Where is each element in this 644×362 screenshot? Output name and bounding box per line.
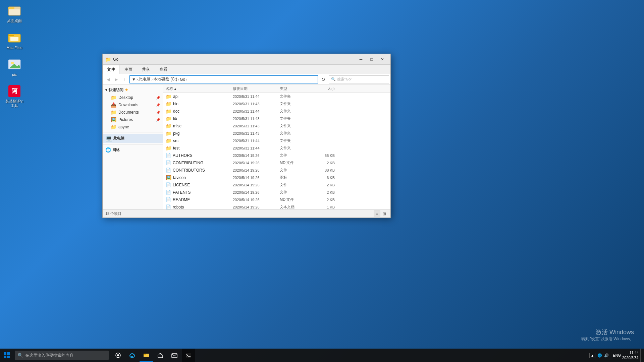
pin-icon: 📌 — [156, 118, 160, 122]
sidebar-item-desktop[interactable]: 📁 Desktop 📌 — [103, 94, 163, 101]
file-type-cell: 文件 — [277, 182, 311, 187]
desktop-icon-4[interactable]: 阿 某某翻译\n工具 — [3, 83, 26, 109]
terminal-button[interactable] — [182, 349, 195, 362]
file-name-text: README — [173, 197, 190, 202]
file-type-cell: 文件 — [277, 153, 311, 158]
address-path[interactable]: ▼ › 此电脑 › 本地磁盘 (C:) › Go › — [129, 75, 318, 83]
tray-lang: ENG — [613, 353, 621, 357]
table-row[interactable]: 📁 doc 2020/5/31 11:44 文件夹 — [163, 108, 390, 115]
up-button[interactable]: ↑ — [120, 75, 128, 83]
file-name-text: bin — [173, 102, 178, 106]
file-date-cell: 2020/5/31 11:43 — [230, 131, 277, 135]
table-row[interactable]: 📄 robots 2020/5/14 19:26 文本文档 1 KB — [163, 203, 390, 209]
table-row[interactable]: 📁 lib 2020/5/31 11:43 文件夹 — [163, 115, 390, 122]
file-name-cell: 📁 api — [163, 94, 230, 99]
title-controls: ─ □ ✕ — [356, 54, 388, 65]
mail-button[interactable] — [168, 349, 181, 362]
taskbar-tray: ▲ 🌐 🔊 ENG 11:44 2020/5/31 — [589, 349, 644, 362]
desktop-icon-2[interactable]: Mac Files — [3, 29, 26, 51]
col-type-header[interactable]: 类型 — [277, 86, 311, 91]
start-button[interactable] — [0, 349, 13, 362]
file-name-text: CONTRIBUTING — [173, 161, 203, 165]
table-row[interactable]: 📁 pkg 2020/5/31 11:43 文件夹 — [163, 130, 390, 137]
pc-icon: 💻 — [105, 135, 112, 141]
tab-view[interactable]: 查看 — [155, 65, 172, 74]
table-row[interactable]: 📄 AUTHORS 2020/5/14 19:26 文件 55 KB — [163, 152, 390, 159]
table-row[interactable]: 📄 PATENTS 2020/5/14 19:26 文件 2 KB — [163, 189, 390, 196]
taskbar-search[interactable]: 🔍 在这里输入你要搜索的内容 — [15, 351, 109, 360]
sidebar-network[interactable]: 🌐 网络 — [103, 146, 163, 154]
table-row[interactable]: 📄 CONTRIBUTORS 2020/5/14 19:26 文件 88 KB — [163, 167, 390, 174]
activate-line1: 激活 Windows — [581, 328, 634, 336]
tray-volume-icon: 🔊 — [604, 353, 609, 358]
title-bar: 📁 Go ─ □ ✕ — [103, 54, 390, 65]
maximize-button[interactable]: □ — [366, 54, 377, 65]
file-explorer-button[interactable] — [140, 349, 153, 362]
sidebar-divider — [103, 132, 163, 132]
file-icon: 🖼️ — [166, 175, 171, 180]
file-date-cell: 2020/5/14 19:26 — [230, 198, 277, 202]
file-type-cell: 文本文档 — [277, 204, 311, 209]
task-view-button[interactable] — [111, 349, 125, 362]
file-type-cell: 文件夹 — [277, 116, 311, 121]
tab-share[interactable]: 共享 — [138, 65, 154, 74]
file-name-cell: 🖼️ favicon — [163, 175, 230, 180]
search-box[interactable]: 🔍 搜索"Go" — [329, 75, 389, 83]
svg-rect-5 — [10, 37, 18, 41]
file-name-text: doc — [173, 109, 179, 114]
table-row[interactable]: 📁 src 2020/5/31 11:44 文件夹 — [163, 137, 390, 144]
edge-button[interactable] — [125, 349, 139, 362]
file-name-text: test — [173, 146, 179, 150]
details-view-button[interactable]: ⊞ — [381, 210, 388, 217]
desktop-icon-3[interactable]: pic — [3, 56, 26, 78]
file-type-cell: 文件夹 — [277, 101, 311, 106]
minimize-button[interactable]: ─ — [356, 54, 366, 65]
table-row[interactable]: 📄 LICENSE 2020/5/14 19:26 文件 2 KB — [163, 181, 390, 189]
table-row[interactable]: 📄 README 2020/5/14 19:26 MD 文件 2 KB — [163, 196, 390, 203]
folder-icon: 📁 — [111, 124, 116, 130]
table-row[interactable]: 📁 bin 2020/5/31 11:43 文件夹 — [163, 100, 390, 108]
table-row[interactable]: 📁 test 2020/5/31 11:44 文件夹 — [163, 144, 390, 152]
table-row[interactable]: 🖼️ favicon 2020/5/14 19:26 图标 6 KB — [163, 174, 390, 181]
col-date-header[interactable]: 修改日期 — [230, 86, 277, 91]
file-icon: 📄 — [166, 168, 171, 173]
status-bar: 18 个项目 ≡ ⊞ — [103, 209, 390, 218]
forward-button[interactable]: ▶ — [112, 75, 120, 83]
sidebar-this-pc[interactable]: 💻 此电脑 — [103, 134, 163, 143]
file-type-cell: 文件夹 — [277, 94, 311, 99]
sidebar-item-downloads[interactable]: 📥 Downloads 📌 — [103, 101, 163, 109]
explorer-title-text: Go — [113, 57, 356, 62]
sidebar-downloads-label: Downloads — [118, 103, 138, 107]
refresh-button[interactable]: ↻ — [319, 75, 327, 83]
tray-clock[interactable]: 11:44 2020/5/31 — [622, 350, 639, 361]
back-button[interactable]: ◀ — [104, 75, 112, 83]
svg-rect-11 — [4, 352, 6, 355]
col-name-header[interactable]: 名称 ▲ — [163, 86, 230, 91]
table-row[interactable]: 📁 misc 2020/5/31 11:43 文件夹 — [163, 122, 390, 130]
tab-home[interactable]: 主页 — [120, 65, 137, 74]
col-size-header[interactable]: 大小 — [311, 86, 337, 91]
sidebar-item-pictures[interactable]: 🖼️ Pictures 📌 — [103, 116, 163, 123]
tray-expand[interactable]: ▲ — [589, 353, 595, 358]
sidebar-item-async[interactable]: 📁 async — [103, 123, 163, 131]
table-row[interactable]: 📄 CONTRIBUTING 2020/5/14 19:26 MD 文件 2 K… — [163, 159, 390, 167]
svg-rect-22 — [186, 353, 191, 358]
table-row[interactable]: 📁 api 2020/5/31 11:44 文件夹 — [163, 93, 390, 100]
file-name-cell: 📄 robots — [163, 204, 230, 209]
store-button[interactable] — [154, 349, 167, 362]
close-button[interactable]: ✕ — [377, 54, 388, 65]
search-placeholder: 搜索"Go" — [337, 77, 387, 82]
sidebar-item-documents[interactable]: 📁 Documents 📌 — [103, 109, 163, 116]
ribbon-tabs: 文件 主页 共享 查看 — [103, 65, 390, 74]
list-view-button[interactable]: ≡ — [374, 210, 380, 217]
file-type-cell: MD 文件 — [277, 197, 311, 202]
file-date-cell: 2020/5/14 19:26 — [230, 183, 277, 187]
show-desktop-button[interactable] — [640, 349, 641, 362]
file-size-cell: 2 KB — [311, 183, 337, 187]
file-name-cell: 📄 CONTRIBUTING — [163, 160, 230, 165]
svg-rect-13 — [4, 356, 6, 358]
desktop-icon-1[interactable]: 桌面桌面 — [3, 3, 26, 24]
tab-file[interactable]: 文件 — [103, 65, 119, 74]
taskbar-search-text: 在这里输入你要搜索的内容 — [25, 353, 73, 358]
sidebar-quick-access[interactable]: ▾ 快速访问 ★ — [103, 86, 163, 94]
